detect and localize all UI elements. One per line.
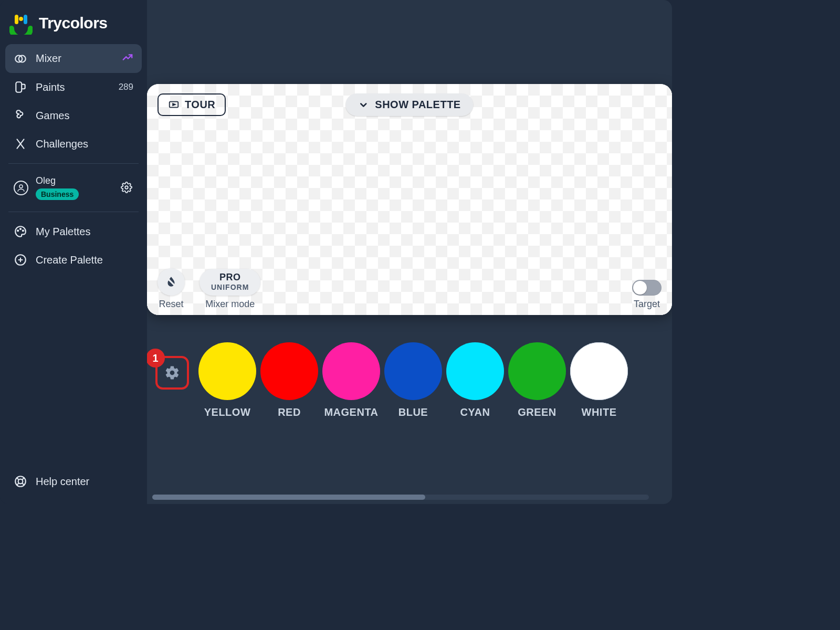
swatch-circle[interactable] (322, 342, 380, 400)
swatch-label: WHITE (582, 406, 617, 418)
swatch-label: MAGENTA (324, 406, 378, 418)
nav-label: Paints (36, 81, 65, 93)
swatch-label: CYAN (460, 406, 490, 418)
sidebar: Trycolors Mixer Paints 289 (0, 0, 147, 504)
tour-button[interactable]: TOUR (158, 93, 226, 116)
screen-play-icon (168, 99, 180, 111)
user-info: Oleg Business (36, 175, 79, 200)
show-palette-label: SHOW PALETTE (375, 99, 460, 111)
nav-label: Create Palette (36, 254, 103, 266)
swatch-magenta[interactable]: MAGENTA (322, 342, 380, 418)
svg-rect-5 (16, 82, 22, 92)
swatch-circle[interactable] (570, 342, 628, 400)
nav-label: Mixer (36, 52, 61, 65)
gear-icon (164, 365, 180, 381)
mixer-mode-caption: Mixer mode (205, 299, 255, 310)
swatch-strip: 1 YELLOWREDMAGENTABLUECYANGREENWHITE (147, 342, 672, 418)
swatch-circle[interactable] (198, 342, 256, 400)
avatar-icon (14, 181, 28, 195)
scrollbar-thumb[interactable] (152, 495, 425, 500)
svg-point-2 (19, 17, 23, 21)
mixer-mode-pro: PRO (219, 272, 241, 283)
show-palette-button[interactable]: SHOW PALETTE (345, 93, 473, 116)
svg-point-10 (23, 230, 24, 231)
target-label: Target (634, 299, 660, 310)
step-badge: 1 (147, 349, 165, 368)
mixer-icon (14, 52, 27, 66)
mixer-mode-sub: UNIFORM (211, 283, 249, 291)
plan-badge: Business (36, 188, 79, 200)
main: TOUR SHOW PALETTE (147, 0, 672, 504)
divider (8, 163, 139, 164)
help-icon (14, 475, 27, 488)
swatch-circle[interactable] (508, 342, 566, 400)
swatch-circle[interactable] (446, 342, 504, 400)
swatch-yellow[interactable]: YELLOW (198, 342, 256, 418)
reset-label: Reset (159, 299, 183, 310)
nav-label: Challenges (36, 138, 88, 150)
user-row[interactable]: Oleg Business (5, 169, 142, 206)
plus-circle-icon (14, 253, 27, 267)
palette-icon (14, 225, 27, 238)
brand-name: Trycolors (39, 14, 108, 32)
svg-point-6 (19, 185, 23, 188)
nav-create-palette[interactable]: Create Palette (5, 246, 142, 274)
mixer-canvas: TOUR SHOW PALETTE (147, 84, 672, 315)
svg-rect-1 (24, 15, 27, 24)
mixer-mode-button[interactable]: PRO UNIFORM (200, 269, 260, 296)
divider (8, 212, 139, 212)
target-toggle[interactable] (632, 280, 662, 296)
swatch-red[interactable]: RED (260, 342, 318, 418)
swatch-blue[interactable]: BLUE (384, 342, 442, 418)
swatch-settings-button[interactable]: 1 (155, 356, 189, 390)
swatch-green[interactable]: GREEN (508, 342, 566, 418)
games-icon (14, 109, 27, 122)
swatch-cyan[interactable]: CYAN (446, 342, 504, 418)
svg-point-13 (18, 479, 23, 484)
nav-paints[interactable]: Paints 289 (5, 73, 142, 101)
nav-label: My Palettes (36, 226, 90, 238)
swatch-label: GREEN (518, 406, 556, 418)
nav-label: Help center (36, 476, 89, 488)
svg-point-8 (17, 230, 18, 231)
nav-my-palettes[interactable]: My Palettes (5, 217, 142, 246)
swatch-circle[interactable] (384, 342, 442, 400)
swatch-white[interactable]: WHITE (570, 342, 628, 418)
swatch-label: RED (278, 406, 301, 418)
app-root: Trycolors Mixer Paints 289 (0, 0, 672, 504)
nav-label: Games (36, 110, 69, 122)
trending-icon (122, 51, 133, 66)
nav-mixer[interactable]: Mixer (5, 44, 142, 73)
swatch-label: YELLOW (204, 406, 251, 418)
horizontal-scrollbar[interactable] (152, 495, 649, 500)
nav-help[interactable]: Help center (5, 467, 142, 496)
reset-button[interactable] (158, 268, 185, 296)
svg-rect-0 (15, 15, 18, 24)
droplet-off-icon (164, 275, 178, 289)
svg-point-9 (20, 228, 21, 229)
paints-count: 289 (119, 82, 133, 92)
nav-challenges[interactable]: Challenges (5, 130, 142, 158)
chevron-down-icon (358, 100, 369, 110)
brand-logo-icon (9, 12, 33, 35)
settings-icon[interactable] (121, 182, 133, 194)
paints-icon (14, 80, 27, 94)
toggle-knob (633, 281, 647, 295)
svg-point-7 (125, 186, 128, 189)
swatch-label: BLUE (398, 406, 428, 418)
nav-games[interactable]: Games (5, 101, 142, 130)
challenges-icon (14, 137, 27, 151)
brand[interactable]: Trycolors (5, 8, 142, 44)
swatch-circle[interactable] (260, 342, 318, 400)
user-name: Oleg (36, 175, 79, 186)
tour-label: TOUR (185, 99, 215, 111)
